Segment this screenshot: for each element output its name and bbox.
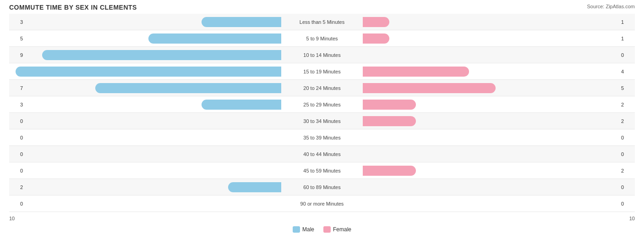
axis-right: 10	[359, 216, 635, 221]
left-section: 2	[9, 179, 284, 195]
chart-row: 55 to 9 Minutes1	[9, 30, 635, 47]
axis-row: 10 10	[9, 214, 635, 223]
chart-row: 720 to 24 Minutes5	[9, 80, 635, 96]
row-label: 15 to 19 Minutes	[284, 69, 360, 74]
female-bar	[363, 116, 416, 126]
row-label: 30 to 34 Minutes	[284, 118, 360, 124]
row-label: 90 or more Minutes	[284, 201, 360, 207]
male-bar	[148, 33, 281, 44]
chart-row: 325 to 29 Minutes2	[9, 96, 635, 113]
row-label: 10 to 14 Minutes	[284, 52, 360, 58]
male-value-label: 7	[9, 85, 23, 91]
right-section: 4	[360, 63, 635, 79]
female-bar	[363, 83, 496, 93]
left-section: 0	[9, 162, 284, 179]
left-section: 5	[9, 30, 284, 46]
legend-female: Female	[323, 226, 351, 233]
male-bar	[95, 83, 281, 93]
female-value-label: 2	[621, 118, 635, 124]
chart-row: 1015 to 19 Minutes4	[9, 63, 635, 80]
female-value-label: 0	[621, 52, 635, 58]
axis-right-val: 10	[629, 216, 635, 221]
left-section: 7	[9, 80, 284, 96]
male-bar	[42, 50, 281, 60]
left-section: 0	[9, 195, 284, 212]
source-label: Source: ZipAtlas.com	[587, 4, 635, 9]
axis-left: 10	[9, 216, 285, 221]
row-label: 35 to 39 Minutes	[284, 135, 360, 140]
female-value-label: 1	[621, 19, 635, 25]
legend-row: Male Female	[9, 225, 635, 234]
right-section: 0	[360, 146, 635, 162]
right-section: 0	[360, 129, 635, 145]
female-bar	[363, 100, 416, 110]
female-label: Female	[333, 226, 351, 233]
right-section: 2	[360, 113, 635, 129]
left-section: 10	[9, 63, 284, 79]
male-value-label: 5	[9, 36, 23, 41]
left-section: 0	[9, 146, 284, 162]
row-label: 25 to 29 Minutes	[284, 102, 360, 107]
female-swatch	[323, 226, 331, 233]
chart-row: 035 to 39 Minutes0	[9, 129, 635, 146]
row-label: 40 to 44 Minutes	[284, 151, 360, 157]
male-value-label: 3	[9, 102, 23, 107]
female-value-label: 4	[621, 69, 635, 74]
chart-row: 910 to 14 Minutes0	[9, 47, 635, 63]
right-section: 2	[360, 162, 635, 179]
female-value-label: 0	[621, 151, 635, 157]
male-bar	[16, 67, 281, 77]
chart-container: COMMUTE TIME BY SEX IN CLEMENTS Source: …	[0, 0, 644, 240]
male-value-label: 0	[9, 201, 23, 207]
male-label: Male	[302, 226, 314, 233]
male-value-label: 2	[9, 184, 23, 190]
right-section: 0	[360, 47, 635, 63]
female-value-label: 2	[621, 102, 635, 107]
male-value-label: 0	[9, 151, 23, 157]
row-label: 45 to 59 Minutes	[284, 168, 360, 173]
female-value-label: 0	[621, 135, 635, 140]
chart-row: 260 to 89 Minutes0	[9, 179, 635, 195]
left-section: 0	[9, 113, 284, 129]
female-value-label: 0	[621, 184, 635, 190]
right-section: 1	[360, 14, 635, 30]
chart-row: 045 to 59 Minutes2	[9, 162, 635, 179]
male-swatch	[293, 226, 300, 233]
male-value-label: 3	[9, 19, 23, 25]
male-bar	[202, 17, 281, 27]
male-bar	[228, 182, 281, 192]
right-section: 5	[360, 80, 635, 96]
chart-title: COMMUTE TIME BY SEX IN CLEMENTS	[9, 4, 635, 11]
right-section: 0	[360, 195, 635, 212]
female-value-label: 5	[621, 85, 635, 91]
right-section: 0	[360, 179, 635, 195]
right-section: 2	[360, 96, 635, 112]
male-bar	[202, 100, 281, 110]
chart-row: 090 or more Minutes0	[9, 195, 635, 212]
left-section: 3	[9, 14, 284, 30]
female-bar	[363, 166, 416, 176]
axis-left-val: 10	[9, 216, 15, 221]
row-label: 5 to 9 Minutes	[284, 36, 360, 41]
male-value-label: 9	[9, 52, 23, 58]
male-value-label: 0	[9, 118, 23, 124]
chart-row: 040 to 44 Minutes0	[9, 146, 635, 162]
rows-area: 3Less than 5 Minutes155 to 9 Minutes1910…	[9, 14, 635, 212]
legend-male: Male	[293, 226, 314, 233]
row-label: 20 to 24 Minutes	[284, 85, 360, 91]
row-label: 60 to 89 Minutes	[284, 184, 360, 190]
female-value-label: 0	[621, 201, 635, 207]
chart-row: 3Less than 5 Minutes1	[9, 14, 635, 30]
male-value-label: 0	[9, 168, 23, 173]
female-value-label: 2	[621, 168, 635, 173]
female-bar	[363, 17, 389, 27]
male-value-label: 0	[9, 135, 23, 140]
chart-row: 030 to 34 Minutes2	[9, 113, 635, 129]
left-section: 3	[9, 96, 284, 112]
female-bar	[363, 33, 389, 44]
row-label: Less than 5 Minutes	[284, 19, 360, 25]
left-section: 0	[9, 129, 284, 145]
right-section: 1	[360, 30, 635, 46]
left-section: 9	[9, 47, 284, 63]
female-bar	[363, 67, 469, 77]
